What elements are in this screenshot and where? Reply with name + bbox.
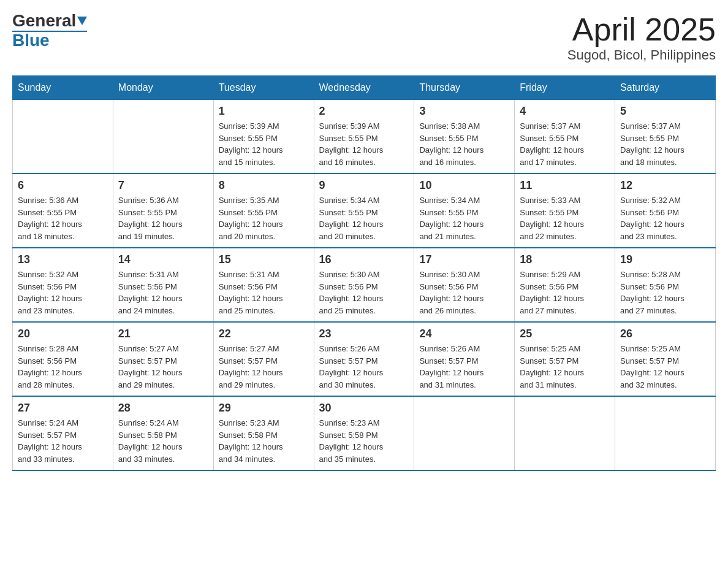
day-info: Sunrise: 5:36 AMSunset: 5:55 PMDaylight:… bbox=[18, 194, 108, 242]
calendar-cell: 17Sunrise: 5:30 AMSunset: 5:56 PMDayligh… bbox=[414, 248, 515, 322]
day-number: 19 bbox=[620, 253, 710, 266]
logo-blue-text: Blue bbox=[12, 32, 50, 49]
logo-general-text: General bbox=[12, 12, 76, 29]
day-number: 15 bbox=[219, 253, 309, 266]
logo-triangle-icon bbox=[77, 17, 87, 25]
calendar-cell: 16Sunrise: 5:30 AMSunset: 5:56 PMDayligh… bbox=[314, 248, 414, 322]
day-number: 30 bbox=[319, 402, 409, 415]
day-number: 10 bbox=[419, 179, 509, 192]
day-info: Sunrise: 5:23 AMSunset: 5:58 PMDaylight:… bbox=[219, 417, 309, 465]
day-info: Sunrise: 5:36 AMSunset: 5:55 PMDaylight:… bbox=[118, 194, 208, 242]
week-row-4: 20Sunrise: 5:28 AMSunset: 5:56 PMDayligh… bbox=[13, 322, 716, 396]
day-number: 13 bbox=[18, 253, 108, 266]
day-number: 22 bbox=[219, 327, 309, 340]
calendar-cell: 1Sunrise: 5:39 AMSunset: 5:55 PMDaylight… bbox=[213, 100, 314, 174]
day-number: 21 bbox=[118, 327, 208, 340]
day-info: Sunrise: 5:23 AMSunset: 5:58 PMDaylight:… bbox=[319, 417, 409, 465]
calendar-cell: 22Sunrise: 5:27 AMSunset: 5:57 PMDayligh… bbox=[213, 322, 314, 396]
col-header-sunday: Sunday bbox=[13, 76, 113, 100]
day-number: 28 bbox=[118, 402, 208, 415]
week-row-1: 1Sunrise: 5:39 AMSunset: 5:55 PMDaylight… bbox=[13, 100, 716, 174]
day-info: Sunrise: 5:38 AMSunset: 5:55 PMDaylight:… bbox=[419, 120, 509, 168]
day-number: 17 bbox=[419, 253, 509, 266]
calendar-cell: 12Sunrise: 5:32 AMSunset: 5:56 PMDayligh… bbox=[615, 174, 716, 248]
week-row-3: 13Sunrise: 5:32 AMSunset: 5:56 PMDayligh… bbox=[13, 248, 716, 322]
logo: General Blue bbox=[12, 12, 87, 49]
calendar-header: SundayMondayTuesdayWednesdayThursdayFrid… bbox=[13, 76, 716, 100]
day-info: Sunrise: 5:30 AMSunset: 5:56 PMDaylight:… bbox=[319, 269, 409, 316]
week-row-5: 27Sunrise: 5:24 AMSunset: 5:57 PMDayligh… bbox=[13, 396, 716, 470]
calendar-cell: 29Sunrise: 5:23 AMSunset: 5:58 PMDayligh… bbox=[213, 396, 314, 470]
day-info: Sunrise: 5:34 AMSunset: 5:55 PMDaylight:… bbox=[419, 194, 509, 242]
day-number: 27 bbox=[18, 402, 108, 415]
calendar-cell: 26Sunrise: 5:25 AMSunset: 5:57 PMDayligh… bbox=[615, 322, 716, 396]
day-number: 5 bbox=[620, 105, 710, 118]
day-info: Sunrise: 5:27 AMSunset: 5:57 PMDaylight:… bbox=[118, 343, 208, 391]
col-header-monday: Monday bbox=[113, 76, 213, 100]
day-info: Sunrise: 5:32 AMSunset: 5:56 PMDaylight:… bbox=[18, 269, 108, 316]
day-info: Sunrise: 5:32 AMSunset: 5:56 PMDaylight:… bbox=[620, 194, 710, 242]
calendar-cell: 2Sunrise: 5:39 AMSunset: 5:55 PMDaylight… bbox=[314, 100, 414, 174]
day-info: Sunrise: 5:28 AMSunset: 5:56 PMDaylight:… bbox=[18, 343, 108, 391]
day-info: Sunrise: 5:31 AMSunset: 5:56 PMDaylight:… bbox=[219, 269, 309, 316]
day-info: Sunrise: 5:30 AMSunset: 5:56 PMDaylight:… bbox=[419, 269, 509, 316]
page-subtitle: Sugod, Bicol, Philippines bbox=[567, 47, 716, 63]
day-number: 23 bbox=[319, 327, 409, 340]
calendar-cell bbox=[414, 396, 515, 470]
calendar-cell: 21Sunrise: 5:27 AMSunset: 5:57 PMDayligh… bbox=[113, 322, 213, 396]
calendar-cell: 7Sunrise: 5:36 AMSunset: 5:55 PMDaylight… bbox=[113, 174, 213, 248]
calendar-cell: 19Sunrise: 5:28 AMSunset: 5:56 PMDayligh… bbox=[615, 248, 716, 322]
day-number: 9 bbox=[319, 179, 409, 192]
day-number: 14 bbox=[118, 253, 208, 266]
day-number: 25 bbox=[520, 327, 610, 340]
day-info: Sunrise: 5:24 AMSunset: 5:57 PMDaylight:… bbox=[18, 417, 108, 465]
calendar-cell: 24Sunrise: 5:26 AMSunset: 5:57 PMDayligh… bbox=[414, 322, 515, 396]
calendar-cell: 25Sunrise: 5:25 AMSunset: 5:57 PMDayligh… bbox=[515, 322, 615, 396]
day-info: Sunrise: 5:27 AMSunset: 5:57 PMDaylight:… bbox=[219, 343, 309, 391]
day-info: Sunrise: 5:37 AMSunset: 5:55 PMDaylight:… bbox=[520, 120, 610, 168]
day-number: 26 bbox=[620, 327, 710, 340]
day-info: Sunrise: 5:39 AMSunset: 5:55 PMDaylight:… bbox=[219, 120, 309, 168]
calendar-table: SundayMondayTuesdayWednesdayThursdayFrid… bbox=[12, 75, 716, 471]
week-row-2: 6Sunrise: 5:36 AMSunset: 5:55 PMDaylight… bbox=[13, 174, 716, 248]
day-number: 11 bbox=[520, 179, 610, 192]
calendar-cell: 20Sunrise: 5:28 AMSunset: 5:56 PMDayligh… bbox=[13, 322, 113, 396]
calendar-cell bbox=[615, 396, 716, 470]
day-info: Sunrise: 5:31 AMSunset: 5:56 PMDaylight:… bbox=[118, 269, 208, 316]
day-info: Sunrise: 5:34 AMSunset: 5:55 PMDaylight:… bbox=[319, 194, 409, 242]
col-header-friday: Friday bbox=[515, 76, 615, 100]
day-number: 29 bbox=[219, 402, 309, 415]
day-number: 24 bbox=[419, 327, 509, 340]
day-info: Sunrise: 5:39 AMSunset: 5:55 PMDaylight:… bbox=[319, 120, 409, 168]
calendar-cell bbox=[13, 100, 113, 174]
header-row: SundayMondayTuesdayWednesdayThursdayFrid… bbox=[13, 76, 716, 100]
calendar-cell: 4Sunrise: 5:37 AMSunset: 5:55 PMDaylight… bbox=[515, 100, 615, 174]
day-info: Sunrise: 5:33 AMSunset: 5:55 PMDaylight:… bbox=[520, 194, 610, 242]
calendar-cell: 14Sunrise: 5:31 AMSunset: 5:56 PMDayligh… bbox=[113, 248, 213, 322]
day-info: Sunrise: 5:26 AMSunset: 5:57 PMDaylight:… bbox=[319, 343, 409, 391]
day-number: 1 bbox=[219, 105, 309, 118]
day-info: Sunrise: 5:35 AMSunset: 5:55 PMDaylight:… bbox=[219, 194, 309, 242]
day-number: 12 bbox=[620, 179, 710, 192]
day-number: 2 bbox=[319, 105, 409, 118]
page-header: General Blue April 2025 Sugod, Bicol, Ph… bbox=[12, 12, 716, 63]
day-info: Sunrise: 5:26 AMSunset: 5:57 PMDaylight:… bbox=[419, 343, 509, 391]
calendar-cell: 6Sunrise: 5:36 AMSunset: 5:55 PMDaylight… bbox=[13, 174, 113, 248]
calendar-cell: 5Sunrise: 5:37 AMSunset: 5:55 PMDaylight… bbox=[615, 100, 716, 174]
day-number: 6 bbox=[18, 179, 108, 192]
calendar-cell: 27Sunrise: 5:24 AMSunset: 5:57 PMDayligh… bbox=[13, 396, 113, 470]
page-title: April 2025 bbox=[567, 12, 716, 47]
calendar-cell: 23Sunrise: 5:26 AMSunset: 5:57 PMDayligh… bbox=[314, 322, 414, 396]
calendar-cell: 15Sunrise: 5:31 AMSunset: 5:56 PMDayligh… bbox=[213, 248, 314, 322]
calendar-cell: 8Sunrise: 5:35 AMSunset: 5:55 PMDaylight… bbox=[213, 174, 314, 248]
calendar-cell: 10Sunrise: 5:34 AMSunset: 5:55 PMDayligh… bbox=[414, 174, 515, 248]
day-info: Sunrise: 5:37 AMSunset: 5:55 PMDaylight:… bbox=[620, 120, 710, 168]
day-number: 7 bbox=[118, 179, 208, 192]
day-info: Sunrise: 5:25 AMSunset: 5:57 PMDaylight:… bbox=[520, 343, 610, 391]
calendar-cell: 3Sunrise: 5:38 AMSunset: 5:55 PMDaylight… bbox=[414, 100, 515, 174]
calendar-cell bbox=[515, 396, 615, 470]
col-header-wednesday: Wednesday bbox=[314, 76, 414, 100]
col-header-thursday: Thursday bbox=[414, 76, 515, 100]
day-info: Sunrise: 5:29 AMSunset: 5:56 PMDaylight:… bbox=[520, 269, 610, 316]
title-block: April 2025 Sugod, Bicol, Philippines bbox=[567, 12, 716, 63]
